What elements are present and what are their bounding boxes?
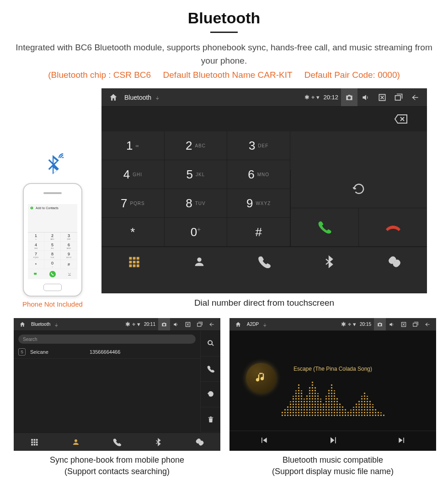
home-button[interactable]	[16, 318, 28, 330]
camera-button[interactable]	[158, 318, 170, 330]
dialpad-device: Bluetooth ⏚ ✱⌖▾ 20:12	[101, 88, 427, 293]
redial-button[interactable]	[290, 170, 427, 208]
tab-pair[interactable]	[179, 433, 220, 451]
side-call-button[interactable]	[201, 357, 220, 382]
location-status-icon: ⌖	[311, 94, 315, 101]
clock: 20:11	[144, 322, 155, 327]
status-icons: ✱⌖▾	[340, 321, 357, 328]
dial-key-4[interactable]: 4GHI	[101, 160, 165, 189]
spec-name: Default Bluetooth Name CAR-KIT	[163, 70, 293, 80]
contacts-device: Bluetooth ⏚ ✱⌖▾ 20:11 Search SSeicane135…	[14, 318, 220, 451]
clock: 20:12	[323, 94, 338, 101]
contact-row[interactable]: SSeicane13566664466	[14, 346, 200, 359]
tab-bluetooth[interactable]	[138, 433, 179, 451]
a2dp-caption: Bluetooth music compatible(Support displ…	[272, 454, 394, 477]
dial-display	[101, 107, 427, 131]
dial-key-5[interactable]: 5JKL	[165, 160, 228, 189]
back-button[interactable]	[206, 318, 218, 330]
tab-call-log[interactable]	[96, 433, 138, 451]
dial-key-#[interactable]: #	[227, 218, 290, 247]
dial-key-1[interactable]: 1∞	[101, 131, 165, 160]
recent-apps-button[interactable]	[410, 318, 421, 330]
contacts-tabbar	[14, 432, 220, 451]
usb-icon: ⏚	[55, 322, 58, 327]
home-button[interactable]	[232, 318, 244, 330]
a2dp-header: A2DP ⏚ ✱⌖▾ 20:15	[229, 318, 436, 331]
contact-name: Seicane	[30, 349, 85, 355]
back-button[interactable]	[421, 318, 433, 330]
dial-key-2[interactable]: 2ABC	[165, 131, 228, 160]
close-app-button[interactable]	[182, 318, 194, 330]
dial-key-8[interactable]: 8TUV	[165, 189, 228, 218]
play-pause-button[interactable]	[328, 436, 337, 447]
tab-pair[interactable]	[362, 247, 427, 276]
dial-key-0[interactable]: 0+	[165, 218, 228, 247]
page-title: Bluetooth	[14, 9, 434, 27]
contacts-caption: Sync phone-book from mobile phone(Suppor…	[50, 454, 184, 477]
volume-button[interactable]	[386, 318, 398, 330]
tab-bluetooth[interactable]	[297, 247, 362, 276]
call-button[interactable]	[290, 208, 359, 247]
dial-key-3[interactable]: 3DEF	[227, 131, 290, 160]
close-app-button[interactable]	[374, 88, 390, 106]
dial-key-7[interactable]: 7PQRS	[101, 189, 165, 218]
spec-chip: (Bluetooth chip : CSR BC6	[48, 70, 151, 80]
tab-keypad[interactable]	[101, 247, 166, 276]
phone-mockup: Add to Contacts 1∞2ABC3DEF 4GHI5JKL6MNO …	[23, 183, 82, 297]
side-search-button[interactable]	[201, 331, 220, 357]
search-input[interactable]: Search	[18, 335, 196, 344]
tab-keypad[interactable]	[14, 433, 55, 451]
track-title: Escape (The Pina Colada Song)	[293, 366, 372, 372]
tab-contacts[interactable]	[166, 247, 231, 276]
phone-add-contacts-label: Add to Contacts	[36, 206, 59, 210]
prev-button[interactable]	[259, 436, 268, 447]
home-button[interactable]	[105, 88, 122, 106]
volume-button[interactable]	[357, 88, 374, 106]
tab-contacts[interactable]	[55, 433, 96, 451]
description-text: Integrated with BC6 Bluetooth module, su…	[14, 41, 434, 67]
side-sync-button[interactable]	[201, 382, 220, 407]
spec-row: (Bluetooth chip : CSR BC6 Default Blueto…	[14, 70, 434, 80]
backspace-button[interactable]	[392, 113, 411, 125]
dial-key-*[interactable]: *	[101, 218, 165, 247]
recent-apps-button[interactable]	[390, 88, 407, 106]
back-button[interactable]	[407, 88, 423, 106]
contact-initial: S	[18, 348, 26, 356]
a2dp-device: A2DP ⏚ ✱⌖▾ 20:15 Escape (The Pina Colada	[229, 318, 436, 451]
volume-button[interactable]	[170, 318, 182, 330]
bluetooth-status-icon: ✱	[304, 94, 309, 101]
dial-key-9[interactable]: 9WXYZ	[227, 189, 290, 218]
player-controls	[229, 431, 436, 451]
phone-not-included-label: Phone Not Included	[22, 300, 83, 308]
camera-button[interactable]	[374, 318, 386, 330]
clock: 20:15	[360, 322, 371, 327]
usb-icon: ⏚	[156, 95, 159, 100]
tab-call-log[interactable]	[232, 247, 297, 276]
contacts-header: Bluetooth ⏚ ✱⌖▾ 20:11	[14, 318, 220, 331]
title-underline	[210, 32, 238, 33]
camera-button[interactable]	[341, 88, 357, 106]
album-art-icon	[246, 363, 276, 393]
equalizer-visual	[282, 380, 384, 416]
spec-code: Default Pair Code: 0000)	[304, 70, 400, 80]
close-app-button[interactable]	[398, 318, 410, 330]
phone-mockup-keypad: 1∞2ABC3DEF 4GHI5JKL6MNO 7PQRS8TUV9WXYZ *…	[28, 232, 77, 269]
dial-key-6[interactable]: 6MNO	[227, 160, 290, 189]
status-icons: ✱⌖▾	[124, 321, 141, 328]
dialpad-header: Bluetooth ⏚ ✱⌖▾ 20:12	[101, 88, 427, 107]
wifi-status-icon: ▾	[316, 94, 320, 101]
hangup-button[interactable]	[358, 208, 427, 247]
recent-apps-button[interactable]	[194, 318, 206, 330]
dialpad-caption: Dial number direct from touchscreen	[101, 298, 427, 308]
next-button[interactable]	[397, 436, 406, 447]
app-title: Bluetooth	[31, 322, 50, 327]
dialpad-tabbar	[101, 247, 427, 276]
app-title: A2DP	[247, 322, 259, 327]
status-icons: ✱⌖▾	[304, 93, 320, 101]
usb-icon: ⏚	[263, 322, 267, 327]
side-delete-button[interactable]	[201, 407, 220, 433]
app-title: Bluetooth	[124, 94, 151, 101]
bluetooth-logo-icon	[40, 153, 65, 180]
contact-number: 13566664466	[90, 349, 120, 355]
